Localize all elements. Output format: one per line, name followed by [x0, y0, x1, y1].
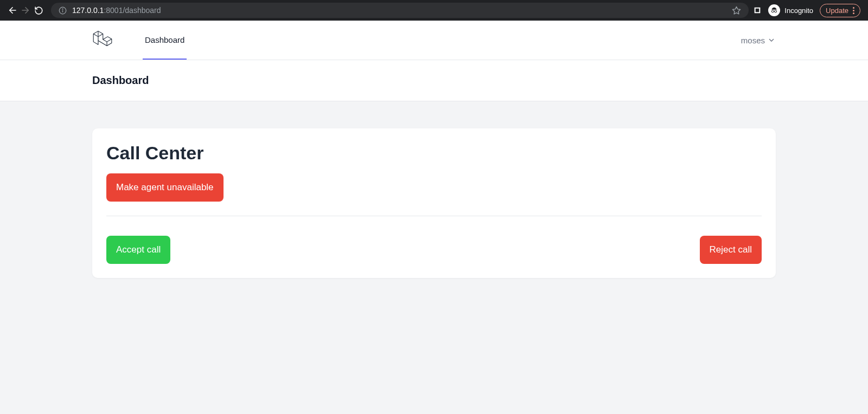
extensions-icon[interactable] [753, 6, 762, 15]
address-bar[interactable]: 127.0.0.1:8001/dashboard [51, 3, 749, 18]
card-title: Call Center [106, 143, 762, 164]
tab-label: Dashboard [145, 35, 184, 44]
laravel-logo-icon[interactable] [92, 29, 113, 51]
bookmark-star-icon[interactable] [732, 6, 741, 15]
back-icon[interactable] [8, 5, 17, 15]
svg-rect-7 [756, 9, 760, 12]
tab-dashboard[interactable]: Dashboard [143, 21, 187, 60]
svg-point-4 [62, 9, 63, 9]
page-header: Dashboard [0, 60, 868, 101]
main-content: Call Center Make agent unavailable Accep… [76, 101, 792, 305]
app-navbar: Dashboard moses [0, 21, 868, 60]
forward-icon[interactable] [21, 5, 30, 15]
incognito-badge[interactable]: Incognito [768, 4, 813, 16]
call-actions-row: Accept call Reject call [106, 236, 762, 264]
user-name: moses [741, 36, 765, 45]
user-menu[interactable]: moses [741, 36, 776, 45]
svg-point-9 [775, 10, 777, 12]
chevron-down-icon [767, 36, 776, 44]
menu-dots-icon [853, 7, 854, 14]
accept-call-button[interactable]: Accept call [106, 236, 170, 264]
make-unavailable-button[interactable]: Make agent unavailable [106, 173, 224, 202]
page-title: Dashboard [92, 74, 776, 87]
divider [106, 216, 762, 216]
reload-icon[interactable] [34, 5, 43, 15]
url-text: 127.0.0.1:8001/dashboard [72, 6, 161, 15]
svg-marker-5 [733, 7, 741, 14]
browser-toolbar: 127.0.0.1:8001/dashboard Incognito Updat… [0, 0, 868, 21]
call-center-card: Call Center Make agent unavailable Accep… [92, 128, 776, 278]
incognito-label: Incognito [784, 7, 813, 15]
reject-call-button[interactable]: Reject call [700, 236, 762, 264]
svg-point-8 [772, 10, 774, 12]
update-button[interactable]: Update [820, 4, 860, 17]
site-info-icon[interactable] [59, 7, 67, 15]
incognito-icon [768, 4, 780, 16]
